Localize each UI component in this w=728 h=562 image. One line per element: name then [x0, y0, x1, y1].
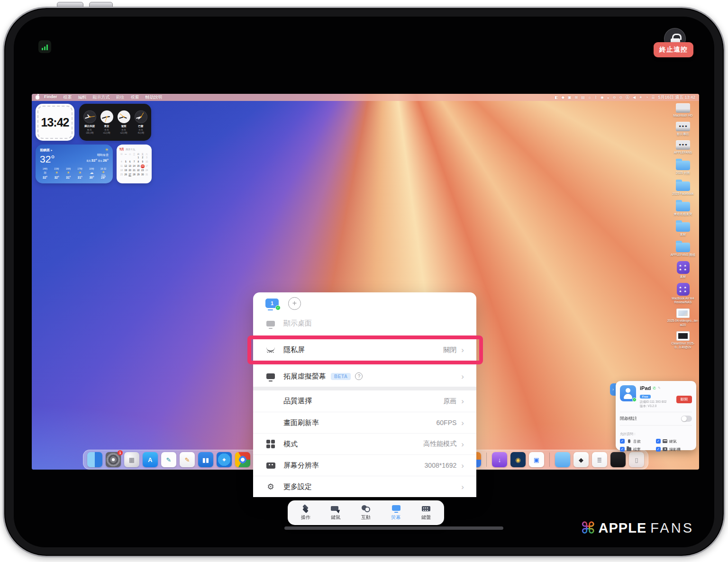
dock-system-settings[interactable]: 1 [106, 452, 121, 467]
menubar-menu-5[interactable]: 前往 [116, 94, 125, 100]
menubar-status-icon-5[interactable]: ▤ [581, 96, 585, 100]
toolbar-tab-screen[interactable]: 荧幕 [383, 505, 409, 521]
calendar-lunar-date: 四月十九 [126, 148, 135, 151]
dock-downloads-folder[interactable] [555, 452, 570, 467]
menubar-status-icon-2[interactable]: ◆ [562, 96, 564, 100]
menubar-status-icon-10[interactable]: ⊖ [613, 96, 616, 100]
desktop-item[interactable]: 2025 Facebook [673, 180, 694, 196]
menubar-status-icon-8[interactable]: ◉ [601, 96, 604, 100]
permission-key-mouse[interactable]: ✓鍵鼠 [656, 439, 692, 444]
desktop-item[interactable]: APPLEFANS 圖檔 [671, 241, 696, 257]
toolbar-tab-key-mouse[interactable]: 鍵鼠 [323, 505, 348, 521]
toolbar-tab-keyboard[interactable]: 鍵盤 [413, 505, 439, 521]
desktop-item[interactable]: 影片專區 [676, 122, 690, 136]
menubar-menu-3[interactable]: 編輯 [78, 94, 87, 100]
desktop-item[interactable]: 2025-04-videopro...ter-ai20 [666, 308, 699, 326]
menubar-menu-4[interactable]: 顯示方式 [93, 94, 110, 100]
checkbox-checked-icon[interactable]: ✓ [656, 447, 661, 452]
add-display-button[interactable]: + [288, 297, 301, 310]
dock-launchpad[interactable]: ▦ [124, 452, 139, 467]
menu-item-more-settings[interactable]: 更多設定› [253, 476, 476, 497]
dock-finder[interactable] [87, 452, 102, 467]
desktop-item[interactable]: 素材 [676, 220, 690, 236]
menubar-menu-7[interactable]: 輔助說明 [146, 94, 163, 100]
desktop-item[interactable]: 未命名檔案夾 [674, 200, 692, 216]
beta-badge: BETA [331, 373, 351, 380]
menubar-status-icon-9[interactable]: ◒ [607, 96, 610, 100]
permission-camera[interactable]: ✓攝影機 [656, 447, 692, 452]
hour-temp: 29° [101, 176, 106, 179]
disconnect-button[interactable]: 斷開 [676, 396, 692, 403]
cloud-icon: ☁ [90, 170, 93, 175]
desktop-item[interactable]: CleanShot 2025-0...3.40@2x [666, 331, 699, 349]
menubar-status-icon-12[interactable]: Ⓐ [626, 96, 629, 100]
menubar-clock[interactable]: 5月16日 週五 13:42 [658, 94, 695, 100]
permission-files[interactable]: ✓檔案 [620, 447, 656, 452]
dock-documents[interactable]: ≣ [592, 452, 607, 467]
calendar-day-2: 2 [140, 155, 145, 160]
dock-videoproc[interactable]: ◉ [510, 452, 526, 467]
menu-item-resolution[interactable]: 屏幕分辨率3008*1692› [253, 454, 476, 476]
world-clock-city: 東京 今天 +1小時 [99, 110, 115, 134]
home-indicator[interactable] [284, 526, 503, 530]
menubar-menu-1[interactable]: Finder [44, 94, 57, 100]
menu-item-virtual-display[interactable]: 拓展虛擬螢幕BETA?› [253, 365, 476, 387]
menu-item-value: 3008*1692 [425, 462, 457, 469]
menu-item-quality[interactable]: 品質選擇原画› [253, 390, 476, 412]
desktop-item-label: 素材 [680, 275, 686, 279]
checkbox-checked-icon[interactable]: ✓ [620, 447, 625, 452]
menubar-status-icon-7[interactable]: ᛒ [595, 96, 597, 100]
toolbar-tab-interact[interactable]: 互動 [353, 505, 379, 521]
desktop-item[interactable]: 2025 封面 [676, 159, 690, 175]
help-icon[interactable]: ? [355, 372, 363, 380]
menubar-status-icon-14[interactable]: ☀ [639, 96, 642, 100]
annotation-toggle[interactable] [681, 416, 692, 422]
menubar-status-icon-1[interactable]: ◧ [555, 96, 558, 100]
dock-app-store[interactable]: A [143, 452, 158, 467]
menubar-status-icon-3[interactable]: ▣ [568, 96, 572, 100]
applefans-watermark: ⌘ APPLE FANS [581, 520, 694, 536]
menubar-menu-2[interactable]: 檔案 [64, 94, 72, 100]
menu-item-refresh-rate[interactable]: 畫面刷新率60FPS› [253, 412, 476, 433]
dock-chrome[interactable] [235, 452, 250, 467]
dock-downie[interactable]: ↓ [492, 452, 507, 467]
dock-komaaru[interactable]: ◆ [573, 452, 589, 467]
desktop-item[interactable]: APPLEFANS [674, 140, 692, 154]
menubar-menu-6[interactable]: 視窗 [131, 94, 139, 100]
toolbar-tab-actions[interactable]: 操作 [293, 505, 318, 521]
resolution-icon [265, 460, 276, 471]
toolbar-tab-label: 鍵鼠 [331, 514, 340, 521]
menubar-status-icon-15[interactable]: ◔ [646, 96, 648, 100]
desktop-item[interactable]: Macintosh HD [673, 103, 693, 118]
permission-audio[interactable]: ✓音效 [620, 439, 656, 444]
dock-goodnotes[interactable]: ✎ [161, 452, 176, 467]
sunset-icon: ☀ [101, 170, 105, 175]
end-remote-button[interactable]: 終止遠控 [654, 42, 693, 57]
dock-trash[interactable]: ▯ [629, 452, 644, 467]
calendar-day-21: 21 [132, 168, 136, 172]
dock-screen-mirroring[interactable]: ▣ [529, 452, 544, 467]
menubar-status-icon-6[interactable]: ☼ [588, 96, 592, 100]
menubar-status-icon-4[interactable]: ⊞ [574, 96, 578, 100]
dock-safari[interactable]: ✦ [217, 452, 232, 467]
menu-item-privacy-screen[interactable]: 隱私屏關閉› [253, 339, 476, 361]
desktop-item[interactable]: ★ ★★ ★MacBook Air M4 Review/NAS [666, 283, 699, 304]
dock-separator [486, 453, 487, 467]
menubar-status-icon-11[interactable]: ⊙ [619, 96, 622, 100]
menubar-status-icon-13[interactable]: ◀ [633, 96, 636, 100]
menubar-status-icon-16[interactable]: ☰ [651, 96, 655, 100]
desktop-item[interactable]: ★ ★★ ★素材 [677, 261, 690, 279]
edit-icon[interactable]: ✎ [658, 386, 661, 390]
calendar-day-23: 23 [140, 168, 145, 172]
menu-item-show-desktop: 顯示桌面 [253, 314, 476, 333]
dock-notes[interactable]: ✎ [180, 452, 195, 467]
apple-logo-icon[interactable] [36, 95, 39, 100]
checkbox-checked-icon[interactable]: ✓ [620, 439, 625, 444]
menu-item-mode[interactable]: 模式高性能模式› [253, 433, 476, 454]
dock-trello[interactable]: ▮▮ [198, 452, 213, 467]
dock-screenshot-preview[interactable] [610, 452, 626, 467]
calendar-day-17: 17 [145, 164, 149, 168]
checkbox-checked-icon[interactable]: ✓ [656, 439, 661, 444]
mac-menubar: Finder檔案編輯顯示方式前往視窗輔助說明 ◧◆▣⊞▤☼ᛒ◉◒⊖⊙Ⓐ◀☀◔☰ … [32, 94, 699, 101]
display-1-icon[interactable]: 1 ✓ [265, 299, 279, 308]
